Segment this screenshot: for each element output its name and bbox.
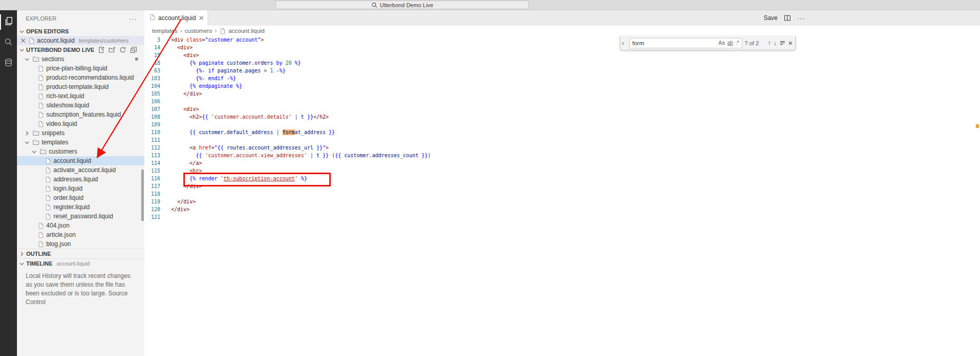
code-line-118[interactable]: 118 — [144, 190, 980, 198]
line-number[interactable]: 116 — [144, 175, 160, 182]
code-text[interactable]: {% paginate customer.orders by 20 %} — [160, 59, 301, 67]
tree-file-article-json[interactable]: article.json — [17, 230, 144, 239]
tree-file-activate-account-liquid[interactable]: activate_account.liquid — [17, 165, 144, 175]
line-number[interactable]: 15 — [144, 51, 160, 59]
tree-file-price-plan-billing-liquid[interactable]: price-plan-billing.liquid — [17, 64, 144, 73]
line-number[interactable]: 104 — [144, 82, 160, 90]
project-section-header[interactable]: UTTERBOND DEMO LIVE — [17, 45, 144, 54]
code-line-104[interactable]: 104{% endpaginate %} — [144, 82, 980, 90]
code-line-109[interactable]: 109 — [144, 121, 980, 128]
new-file-icon[interactable] — [98, 46, 105, 53]
code-text[interactable]: </div> — [160, 90, 202, 98]
tree-file-product-template-liquid[interactable]: product-template.liquid — [17, 82, 144, 91]
code-line-105[interactable]: 105</div> — [144, 90, 980, 98]
code-line-14[interactable]: 14<div> — [144, 44, 980, 51]
timeline-header[interactable]: TIMELINE account.liquid — [17, 258, 144, 268]
code-line-103[interactable]: 103{%- endif -%} — [144, 74, 980, 82]
code-text[interactable]: <div> — [160, 51, 199, 59]
activity-bar-item-explorer[interactable] — [0, 12, 17, 32]
breadcrumb-item-account-liquid[interactable]: account.liquid — [229, 28, 265, 34]
line-number[interactable]: 117 — [144, 182, 160, 190]
line-number[interactable]: 107 — [144, 105, 160, 113]
code-text[interactable]: {{ 'customer.account.view_addresses' | t… — [160, 152, 431, 159]
line-number[interactable]: 115 — [144, 167, 160, 175]
code-text[interactable]: </div> — [160, 182, 202, 190]
code-text[interactable]: <hr> — [160, 167, 202, 175]
code-line-115[interactable]: 115<hr> — [144, 167, 980, 175]
code-line-15[interactable]: 15<div> — [144, 51, 980, 59]
code-line-116[interactable]: 116{% render 'th-subscription-account' %… — [144, 175, 980, 182]
line-number[interactable]: 111 — [144, 136, 160, 144]
tree-folder-customers[interactable]: customers — [17, 147, 144, 156]
save-button[interactable]: Save — [764, 14, 778, 22]
line-number[interactable]: 105 — [144, 90, 160, 98]
previous-match-icon[interactable]: ↑ — [768, 40, 771, 47]
line-number[interactable]: 108 — [144, 113, 160, 121]
whole-word-icon[interactable]: ab — [727, 40, 733, 46]
line-number[interactable]: 113 — [144, 152, 160, 159]
tree-file-reset-password-liquid[interactable]: reset_password.liquid — [17, 212, 144, 221]
code-text[interactable]: <h2>{{ 'customer.account.details' | t }}… — [160, 113, 329, 121]
code-text[interactable]: {% endpaginate %} — [160, 82, 242, 90]
new-folder-icon[interactable] — [108, 46, 116, 53]
code-line-108[interactable]: 108<h2>{{ 'customer.account.details' | t… — [144, 113, 980, 121]
line-number[interactable]: 119 — [144, 198, 160, 205]
line-number[interactable]: 120 — [144, 205, 160, 213]
tree-file-order-liquid[interactable]: order.liquid — [17, 193, 144, 202]
code-text[interactable]: <div class="customer account"> — [160, 36, 264, 44]
code-text[interactable] — [160, 213, 171, 221]
refresh-icon[interactable] — [119, 46, 126, 53]
tree-file-404-json[interactable]: 404.json — [17, 221, 144, 230]
line-number[interactable]: 3 — [144, 36, 160, 44]
tree-file-subscription-features-liquid[interactable]: subscription_features.liquid — [17, 110, 144, 119]
code-line-112[interactable]: 112<a href="{{ routes.account_addresses_… — [144, 144, 980, 152]
code-text[interactable] — [160, 136, 171, 144]
tree-file-login-liquid[interactable]: login.liquid — [17, 184, 144, 193]
line-number[interactable]: 106 — [144, 98, 160, 105]
tree-file-addresses-liquid[interactable]: addresses.liquid — [17, 175, 144, 184]
tree-file-rich-text-liquid[interactable]: rich-text.liquid — [17, 91, 144, 101]
tree-file-slideshow-liquid[interactable]: slideshow.liquid — [17, 101, 144, 110]
code-text[interactable] — [160, 98, 171, 105]
command-center[interactable]: Utterbond Demo Live — [275, 1, 529, 9]
open-editor-item-account-liquid[interactable]: account.liquidtemplates/customers — [17, 36, 144, 45]
tree-file-video-liquid[interactable]: video.liquid — [17, 119, 144, 128]
tree-folder-templates[interactable]: templates — [17, 138, 144, 147]
code-text[interactable]: <div> — [160, 44, 193, 51]
code-line-121[interactable]: 121 — [144, 213, 980, 221]
breadcrumb-item-customers[interactable]: customers — [185, 28, 212, 34]
code-text[interactable]: </div> — [160, 198, 196, 205]
line-number[interactable]: 114 — [144, 159, 160, 167]
code-line-114[interactable]: 114</a> — [144, 159, 980, 167]
close-find-icon[interactable]: × — [788, 39, 793, 47]
line-number[interactable]: 118 — [144, 190, 160, 198]
line-number[interactable]: 121 — [144, 213, 160, 221]
code-text[interactable]: {%- if paginate.pages > 1 -%} — [160, 67, 286, 74]
tree-file-blog-json[interactable]: blog.json — [17, 239, 144, 249]
split-editor-icon[interactable] — [784, 14, 791, 22]
code-line-106[interactable]: 106 — [144, 98, 980, 105]
tab-account-liquid[interactable]: account.liquid — [144, 10, 208, 26]
line-number[interactable]: 110 — [144, 128, 160, 136]
code-line-119[interactable]: 119</div> — [144, 198, 980, 205]
find-in-selection-icon[interactable] — [779, 40, 786, 46]
tree-folder-snippets[interactable]: snippets — [17, 128, 144, 138]
tree-folder-sections[interactable]: sections — [17, 54, 144, 64]
tree-file-register-liquid[interactable]: register.liquid — [17, 202, 144, 212]
line-number[interactable]: 63 — [144, 67, 160, 74]
code-line-110[interactable]: 110{{ customer.default_address | format_… — [144, 128, 980, 136]
line-number[interactable]: 103 — [144, 74, 160, 82]
code-line-63[interactable]: 63{%- if paginate.pages > 1 -%} — [144, 67, 980, 74]
line-number[interactable]: 112 — [144, 144, 160, 152]
code-text[interactable] — [160, 190, 171, 198]
code-line-120[interactable]: 120</div> — [144, 205, 980, 213]
line-number[interactable]: 18 — [144, 59, 160, 67]
open-editors-header[interactable]: OPEN EDITORS — [17, 27, 144, 36]
code-text[interactable]: </a> — [160, 159, 202, 167]
code-text[interactable]: {%- endif -%} — [160, 74, 236, 82]
tree-file-product-recommendations-liquid[interactable]: product-recommendations.liquid — [17, 73, 144, 82]
tree-file-account-liquid[interactable]: account.liquid — [17, 156, 144, 165]
match-case-icon[interactable]: Aa — [719, 40, 725, 46]
code-text[interactable] — [160, 121, 171, 128]
code-line-3[interactable]: 3<div class="customer account"> — [144, 36, 980, 44]
